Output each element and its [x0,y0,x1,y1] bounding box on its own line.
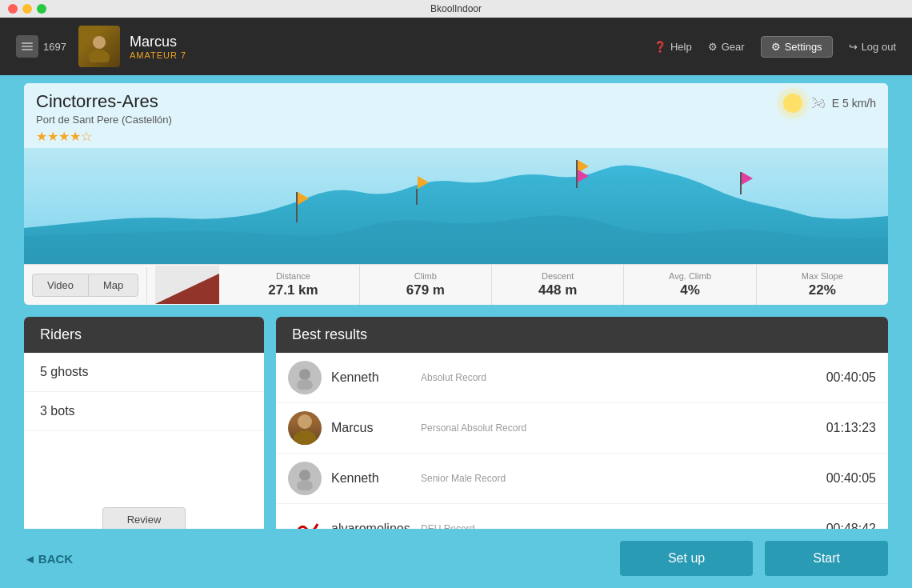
result-row: Kenneth Absolut Record 00:40:05 [276,353,888,403]
result-row-3: Kenneth Senior Male Record 00:40:05 [276,454,888,504]
help-button[interactable]: ❓ Help [654,41,692,53]
settings-icon: ⚙ [771,41,781,53]
result-time-1: 00:40:05 [826,370,876,385]
coins-value: 1697 [43,41,66,53]
close-button[interactable] [8,4,18,14]
route-card: Cinctorres-Ares Port de Sant Pere (Caste… [24,83,888,305]
avg-climb-stat: Avg. Climb 4% [624,265,756,305]
user-info: Marcus AMATEUR 7 [130,34,186,60]
bottom-section: Riders 5 ghosts 3 bots Review Best resul… [24,317,888,554]
help-icon: ❓ [654,41,666,53]
result-row-2: Marcus Personal Absolut Record 01:13:23 [276,403,888,454]
results-panel: Best results Kenneth Absolut Record 00:4… [276,317,888,554]
back-button[interactable]: ◄ BACK [24,552,73,566]
results-header: Best results [276,317,888,353]
avatar [78,26,120,67]
elevation-profile [24,148,888,264]
svg-point-9 [299,369,310,380]
main-content: Cinctorres-Ares Port de Sant Pere (Caste… [0,75,912,588]
route-info: Cinctorres-Ares Port de Sant Pere (Caste… [36,91,172,144]
result-avatar-2 [288,411,322,445]
route-header: Cinctorres-Ares Port de Sant Pere (Caste… [24,83,888,148]
stats-bar: Video Map Distance 27.1 km Climb 679 m D… [24,264,888,305]
svg-point-13 [299,470,310,481]
svg-rect-2 [22,49,33,50]
climb-stat: Climb 679 m [360,265,492,305]
settings-button[interactable]: ⚙ Settings [761,36,833,58]
riders-panel: Riders 5 ghosts 3 bots Review [24,317,264,554]
title-bar: BkoolIndoor [0,0,912,18]
user-rank: AMATEUR 7 [130,50,186,60]
max-slope-stat: Max Slope 22% [757,265,888,305]
avatar-image [78,26,120,67]
window-controls[interactable] [8,4,46,14]
setup-button[interactable]: Set up [620,541,753,576]
result-type-3: Senior Male Record [421,473,817,484]
sun-icon [781,91,805,115]
flag-3 [576,160,578,188]
action-bar: ◄ BACK Set up Start [0,529,912,588]
gear-button[interactable]: ⚙ Gear [708,41,745,53]
wind-icon: 🌬 [811,95,826,112]
wind-speed: E 5 km/h [832,97,876,110]
result-type-2: Personal Absolut Record [421,422,817,434]
action-buttons: Set up Start [620,541,888,576]
svg-point-4 [89,50,110,62]
svg-rect-0 [22,42,33,44]
header: 1697 Marcus AMATEUR 7 ❓ Help ⚙ Gear ⚙ Se… [0,18,912,75]
logout-icon: ↪ [849,41,858,53]
svg-point-10 [297,379,313,390]
slope-preview [155,266,219,304]
result-avatar-1 [288,361,322,394]
map-button[interactable]: Map [88,274,138,297]
flag-2 [416,176,429,205]
flag-4 [740,172,742,194]
result-avatar-3 [288,462,322,495]
video-button[interactable]: Video [32,274,88,297]
bots-item: 3 bots [24,392,264,431]
svg-rect-1 [22,46,33,47]
result-time-2: 01:13:23 [826,421,876,435]
ghosts-item: 5 ghosts [24,353,264,392]
logout-button[interactable]: ↪ Log out [849,41,896,53]
route-stars: ★★★★☆ [36,129,172,144]
elevation-svg [24,148,888,264]
svg-point-11 [298,414,312,429]
result-type-1: Absolut Record [421,372,817,383]
minimize-button[interactable] [22,4,32,14]
view-buttons: Video Map [24,267,147,303]
svg-point-12 [294,430,316,445]
riders-header: Riders [24,317,264,353]
result-name-2: Marcus [331,421,411,435]
result-name-3: Kenneth [331,471,411,486]
route-subtitle: Port de Sant Pere (Castellón) [36,114,172,126]
coins-area: 1697 [16,35,66,58]
svg-point-14 [297,480,313,490]
descent-stat: Descent 448 m [492,265,624,305]
back-arrow-icon: ◄ [24,552,36,566]
username: Marcus [130,34,186,50]
header-nav: ❓ Help ⚙ Gear ⚙ Settings ↪ Log out [654,36,896,58]
distance-stat: Distance 27.1 km [227,265,359,305]
coins-icon [16,35,38,58]
start-button[interactable]: Start [765,541,888,576]
route-title: Cinctorres-Ares [36,91,172,112]
flag-1 [296,192,309,222]
svg-point-3 [93,36,106,49]
result-time-3: 00:40:05 [826,471,876,486]
maximize-button[interactable] [37,4,46,14]
weather-area: 🌬 E 5 km/h [781,91,876,115]
result-name-1: Kenneth [331,370,411,385]
app-title: BkoolIndoor [430,3,482,14]
riders-list: 5 ghosts 3 bots [24,353,264,431]
gear-icon: ⚙ [708,41,718,53]
